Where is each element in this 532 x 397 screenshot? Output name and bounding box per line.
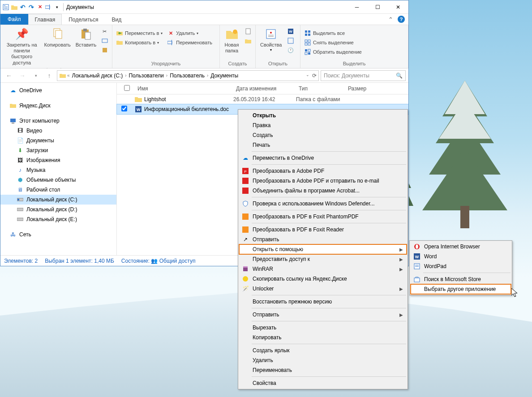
tab-view[interactable]: Вид — [105, 14, 128, 25]
cut-small-button[interactable]: ✂ — [99, 27, 110, 36]
address-dropdown-icon[interactable]: ⌄ — [306, 73, 309, 79]
col-date[interactable]: Дата изменения — [233, 85, 296, 92]
select-invert-button[interactable]: Обратить выделение — [302, 47, 364, 56]
ctx-cut[interactable]: Вырезать — [239, 323, 407, 333]
open-small-button[interactable]: W — [285, 27, 296, 36]
edit-small-button[interactable] — [285, 36, 296, 45]
nav-history-button[interactable]: ▾ — [30, 70, 42, 81]
nav-up-button[interactable]: ↑ — [43, 70, 55, 81]
ctx-delete[interactable]: Удалить — [239, 355, 407, 365]
select-all-button[interactable]: Выделить все — [302, 29, 364, 38]
ctx-open-with[interactable]: Открыть с помощью▶ — [239, 244, 407, 254]
ctx-shortcut[interactable]: Создать ярлык — [239, 346, 407, 355]
delete-button[interactable]: ✕Удалить ▾ — [165, 29, 214, 38]
rename-icon[interactable] — [45, 4, 52, 11]
new-folder-icon[interactable] — [11, 4, 18, 11]
file-row[interactable]: Lightshot 26.05.2019 16:42 Папка с файла… — [117, 94, 408, 104]
col-type[interactable]: Тип — [296, 85, 345, 92]
copy-to-button[interactable]: Копировать в ▾ — [114, 38, 164, 47]
search-input[interactable]: Поиск: Документы 🔍 — [321, 70, 406, 81]
redo-icon[interactable]: ↷ — [28, 4, 35, 11]
nav-music[interactable]: ♪Музыка — [0, 165, 116, 175]
copy-button[interactable]: Копировать — [42, 26, 73, 49]
new-item-button[interactable] — [243, 27, 253, 36]
nav-forward-button[interactable]: → — [17, 70, 28, 81]
refresh-icon[interactable]: ⟳ — [312, 73, 317, 79]
ribbon-collapse-icon[interactable]: ⌃ — [388, 16, 393, 23]
ctx-foxit-phantom[interactable]: Преобразовать в PDF в Foxit PhantomPDF — [239, 212, 407, 222]
nav-disk-e[interactable]: Локальный диск (E:) — [0, 214, 116, 224]
paste-button[interactable]: Вставить — [73, 26, 99, 49]
close-button[interactable]: ✕ — [388, 0, 408, 14]
properties-icon[interactable] — [2, 4, 9, 11]
crumb-users[interactable]: Пользователи — [127, 73, 165, 79]
column-headers[interactable]: Имя Дата изменения Тип Размер — [117, 83, 408, 94]
col-size[interactable]: Размер — [345, 85, 381, 92]
ctx-copy[interactable]: Копировать — [239, 333, 407, 342]
properties-button[interactable]: Свойства▾ — [257, 26, 284, 53]
sub-choose-another[interactable]: Выбрать другое приложение — [411, 284, 511, 294]
nav-back-button[interactable]: ← — [3, 70, 15, 81]
ctx-send[interactable]: ↗Отправить — [239, 235, 407, 244]
history-small-button[interactable]: 🕐 — [285, 46, 296, 55]
nav-images[interactable]: 🖼Изображения — [0, 155, 116, 165]
nav-desktop[interactable]: 🖥Рабочий стол — [0, 185, 116, 195]
sub-store[interactable]: Поиск в Microsoft Store — [411, 274, 511, 284]
select-all-checkbox[interactable] — [124, 85, 130, 91]
ctx-create[interactable]: Создать — [239, 130, 407, 140]
breadcrumb[interactable]: « Локальный диск (C:)› Пользователи› Пол… — [57, 70, 319, 81]
ctx-rename[interactable]: Переименовать — [239, 365, 407, 375]
crumb-disk-c[interactable]: Локальный диск (C:) — [71, 73, 124, 79]
tab-share[interactable]: Поделиться — [62, 14, 105, 25]
crumb-documents[interactable]: Документы — [209, 73, 240, 79]
nav-yandex-disk[interactable]: Яндекс.Диск — [0, 101, 116, 111]
paste-shortcut-small-button[interactable] — [99, 46, 110, 55]
minimize-button[interactable]: ─ — [347, 0, 367, 14]
ctx-foxit-reader[interactable]: Преобразовать в PDF в Foxit Reader — [239, 225, 407, 235]
nav-disk-c[interactable]: Локальный диск (C:) — [0, 195, 116, 205]
new-folder-button[interactable]: Новая папка — [222, 26, 242, 55]
search-icon[interactable]: 🔍 — [396, 73, 403, 79]
sub-opera[interactable]: Opera Internet Browser — [411, 242, 511, 252]
copy-path-small-button[interactable] — [99, 36, 110, 45]
tab-home[interactable]: Главная — [28, 14, 62, 25]
navigation-pane[interactable]: ☁OneDrive Яндекс.Диск Этот компьютер 🎞Ви… — [0, 83, 117, 255]
nav-this-pc[interactable]: Этот компьютер — [0, 116, 116, 126]
move-to-button[interactable]: Переместить в ▾ — [114, 29, 164, 38]
sub-wordpad[interactable]: WordPad — [411, 261, 511, 271]
ctx-open[interactable]: Открыть — [239, 111, 407, 120]
ctx-adobe-pdf[interactable]: PПреобразовать в Adobe PDF — [239, 166, 407, 176]
row-checkbox[interactable] — [121, 106, 127, 111]
nav-documents[interactable]: 📄Документы — [0, 136, 116, 145]
nav-video[interactable]: 🎞Видео — [0, 126, 116, 136]
pin-quick-access-button[interactable]: 📌Закрепить на панели быстрого доступа — [2, 26, 41, 67]
nav-3d-objects[interactable]: ⬢Объемные объекты — [0, 175, 116, 185]
ctx-properties[interactable]: Свойства — [239, 378, 407, 388]
col-name[interactable]: Имя — [135, 85, 233, 92]
ctx-restore[interactable]: Восстановить прежнюю версию — [239, 297, 407, 307]
help-icon[interactable]: ? — [398, 16, 405, 23]
ctx-winrar[interactable]: WinRAR▶ — [239, 264, 407, 274]
ctx-acrobat-combine[interactable]: Объединить файлы в программе Acrobat... — [239, 186, 407, 196]
rename-button[interactable]: Переименовать — [165, 38, 214, 47]
undo-icon[interactable]: ↶ — [19, 4, 26, 11]
maximize-button[interactable]: ☐ — [367, 0, 388, 14]
ctx-yandex-link[interactable]: Скопировать ссылку на Яндекс.Диске — [239, 274, 407, 284]
delete-icon[interactable]: ✕ — [36, 4, 43, 11]
crumb-user[interactable]: Пользователь — [168, 73, 206, 79]
ctx-onedrive[interactable]: ☁Переместить в OneDrive — [239, 153, 407, 163]
tab-file[interactable]: Файл — [0, 14, 28, 25]
ctx-defender[interactable]: Проверка с использованием Windows Defend… — [239, 199, 407, 209]
select-none-button[interactable]: Снять выделение — [302, 38, 364, 47]
sub-word[interactable]: WWord — [411, 252, 511, 261]
ctx-adobe-pdf-email[interactable]: Преобразовать в Adobe PDF и отправить по… — [239, 176, 407, 186]
nav-onedrive[interactable]: ☁OneDrive — [0, 85, 116, 95]
ctx-unlocker[interactable]: 🪄Unlocker▶ — [239, 284, 407, 294]
nav-downloads[interactable]: ⬇Загрузки — [0, 145, 116, 155]
qat-dropdown-icon[interactable]: ▾ — [53, 4, 60, 11]
ctx-print[interactable]: Печать — [239, 140, 407, 150]
nav-disk-d[interactable]: Локальный диск (D:) — [0, 205, 116, 214]
ctx-edit[interactable]: Правка — [239, 120, 407, 130]
ctx-share-access[interactable]: Предоставить доступ к▶ — [239, 254, 407, 264]
ctx-send-to[interactable]: Отправить▶ — [239, 310, 407, 320]
